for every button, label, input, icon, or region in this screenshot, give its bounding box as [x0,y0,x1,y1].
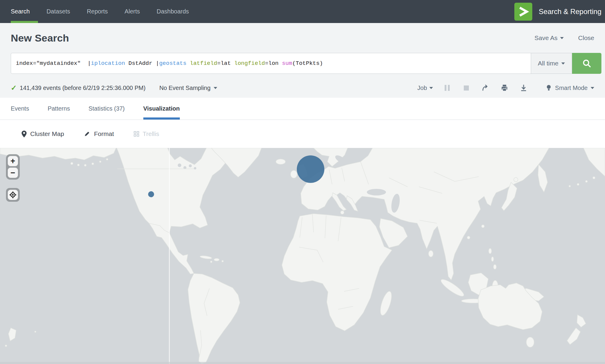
event-sampling-label: No Event Sampling [159,85,210,91]
check-icon: ✓ [11,84,17,92]
tab-events[interactable]: Events [11,98,29,120]
cluster-map-canvas[interactable]: + − [0,148,605,364]
job-status-bar: ✓ 141,439 events (before 6/2/19 2:25:36.… [0,78,605,98]
map-pin-icon [22,131,27,137]
page-header: New Search Save As Close [0,23,605,53]
job-menu[interactable]: Job [417,85,433,91]
search-query[interactable]: index="mydataindex" |iplocation DstAddr … [11,53,531,74]
crosshair-icon [9,191,17,199]
caret-down-icon [429,87,433,89]
results-tabs: Events Patterns Statistics (37) Visualiz… [0,98,605,120]
splunk-logo-icon [514,3,532,21]
tab-patterns[interactable]: Patterns [48,98,70,120]
query-segment: =lon [265,60,282,67]
caret-down-icon [214,87,217,89]
close-button[interactable]: Close [578,34,594,42]
pause-button [442,83,452,93]
bubble-central-us[interactable] [148,191,154,197]
time-range-label: All time [538,60,559,67]
app-identity: Search & Reporting [514,0,605,23]
query-segment: sum [282,60,292,67]
run-search-button[interactable] [572,53,601,74]
print-button[interactable] [499,83,510,93]
nav-item-datasets[interactable]: Datasets [38,0,78,23]
query-segment: (TotPkts) [292,60,323,67]
tab-visualization[interactable]: Visualization [143,98,180,120]
query-segment: DstAddr [125,60,156,67]
query-segment: =lat [217,60,234,67]
query-segment: | [156,60,159,67]
search-icon [582,58,592,68]
save-as-button[interactable]: Save As [534,34,564,42]
pause-icon [445,85,450,91]
bubble-western-europe[interactable] [297,155,324,183]
search-mode-menu[interactable]: Smart Mode [545,84,594,92]
app-navbar: Search Datasets Reports Alerts Dashboard… [0,0,605,23]
stop-icon [464,85,469,91]
query-segment [186,60,190,67]
viz-type-button[interactable]: Cluster Map [22,130,64,137]
map-locate-control [6,188,20,202]
zoom-out-button[interactable]: − [8,168,18,178]
event-sampling-menu[interactable]: No Event Sampling [159,85,217,91]
format-button[interactable]: Format [84,130,114,137]
world-map [0,148,605,364]
nav-item-search[interactable]: Search [11,0,38,23]
job-label: Job [417,85,427,91]
save-as-label: Save As [534,34,557,42]
query-segment: longfield [234,60,265,67]
caret-down-icon [591,87,594,89]
print-icon [500,84,509,92]
map-zoom-control: + − [6,154,20,180]
nav-item-dashboards[interactable]: Dashboards [148,0,197,23]
trellis-button: Trellis [134,130,159,137]
nav-item-alerts[interactable]: Alerts [116,0,148,23]
query-segment: iplocation [91,60,125,67]
app-name-label: Search & Reporting [539,7,601,16]
trellis-label: Trellis [143,130,159,137]
query-segment: index="mydataindex" [16,60,87,67]
format-label: Format [94,130,114,137]
query-segment: geostats [159,60,186,67]
pencil-icon [84,131,90,137]
query-segment: latfield [190,60,217,67]
stop-button [461,83,471,93]
lightbulb-icon [545,84,552,92]
nav-item-reports[interactable]: Reports [78,0,116,23]
locate-button[interactable] [8,190,18,200]
nav-menu: Search Datasets Reports Alerts Dashboard… [0,0,197,23]
page-title: New Search [11,32,69,44]
events-summary: 141,439 events (before 6/2/19 2:25:36.00… [20,85,145,91]
caret-down-icon [561,62,565,65]
trellis-grid-icon [134,131,139,137]
visualization-toolbar: Cluster Map Format Trellis [0,120,605,148]
tab-statistics[interactable]: Statistics (37) [89,98,125,120]
search-bar: index="mydataindex" |iplocation DstAddr … [11,53,601,74]
export-button[interactable] [519,83,529,93]
share-icon [481,84,490,92]
caret-down-icon [560,37,564,39]
zoom-in-button[interactable]: + [8,156,18,166]
query-segment: | [87,60,91,67]
viz-type-label: Cluster Map [30,130,64,137]
time-range-picker[interactable]: All time [531,53,572,74]
search-mode-label: Smart Mode [555,85,588,91]
share-button[interactable] [480,83,490,93]
export-icon [519,84,528,92]
close-label: Close [578,34,594,42]
